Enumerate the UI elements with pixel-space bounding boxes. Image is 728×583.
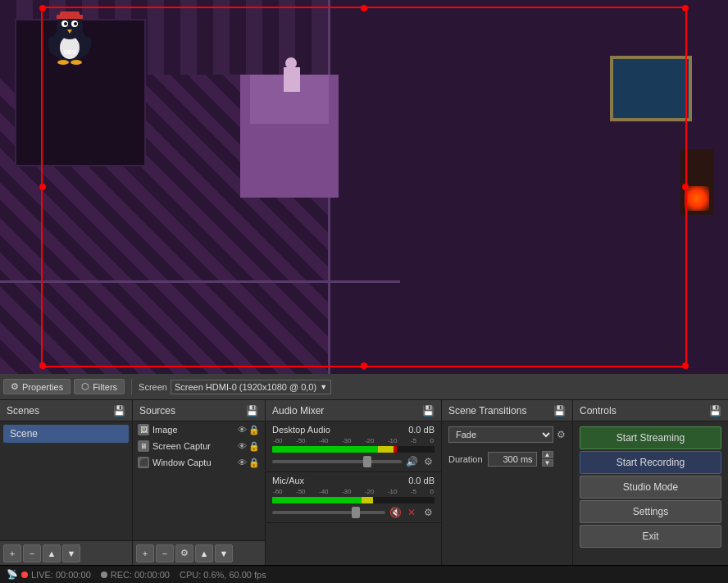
mic-aux-handle[interactable] [352, 507, 360, 518]
settings-button[interactable]: Settings [580, 500, 721, 523]
add-source-button[interactable]: + [136, 544, 154, 563]
pixel-fire [680, 149, 713, 215]
controls-buttons: Start Streaming Start Recording Studio M… [573, 421, 728, 553]
sources-list: 🖼 Image 👁 🔒 🖥 Screen Captur 👁 🔒 [133, 421, 265, 540]
screen-select[interactable]: Screen HDMI-0 (1920x1080 @ 0,0) ▼ [171, 380, 331, 394]
pixel-bed [240, 75, 339, 198]
mic-aux-meter [272, 497, 435, 503]
sources-save-icon[interactable]: 💾 [246, 405, 258, 417]
scene-item[interactable]: Scene [3, 425, 129, 443]
live-status: 📡 LIVE: 00:00:00 [7, 569, 91, 580]
sources-footer: + − ⚙ ▲ ▼ [133, 540, 265, 565]
mic-aux-mute-icon[interactable]: 🔇 [389, 506, 402, 519]
chevron-down-icon: ▼ [320, 383, 327, 391]
screen-lock-icon[interactable]: 🔒 [248, 441, 260, 452]
transitions-title: Scene Transitions [448, 405, 526, 417]
filters-button[interactable]: ⬡ Filters [74, 379, 125, 394]
scenes-save-icon[interactable]: 💾 [113, 405, 125, 417]
audio-mixer-panel: Audio Mixer 💾 Desktop Audio 0.0 dB -60 -… [266, 400, 442, 565]
source-item-window[interactable]: ⬛ Window Captu 👁 🔒 [133, 454, 265, 471]
preview-area: OBS [0, 0, 728, 374]
exit-button[interactable]: Exit [580, 525, 721, 548]
desktop-audio-fader-row: 🔊 ⚙ [272, 455, 435, 468]
remove-source-button[interactable]: − [156, 544, 174, 563]
screen-eye-icon[interactable]: 👁 [238, 441, 247, 452]
desktop-audio-handle[interactable] [363, 456, 371, 467]
remove-scene-button[interactable]: − [23, 544, 41, 563]
toolbar: ⚙ Properties ⬡ Filters Screen Screen HDM… [0, 374, 728, 400]
source-down-button[interactable]: ▼ [215, 544, 233, 563]
duration-label: Duration [448, 454, 483, 464]
source-item-screen[interactable]: 🖥 Screen Captur 👁 🔒 [133, 438, 265, 454]
desktop-audio-fader[interactable] [272, 460, 402, 463]
window-eye-icon[interactable]: 👁 [238, 458, 247, 468]
mic-aux-channel: Mic/Aux 0.0 dB -60 -50 -40 -30 -20 -10 -… [266, 472, 441, 523]
add-scene-button[interactable]: + [3, 544, 21, 563]
duration-spin-down[interactable]: ▼ [542, 459, 553, 467]
controls-panel-header: Controls 💾 [573, 400, 728, 421]
desktop-audio-settings-icon[interactable]: ⚙ [421, 455, 435, 468]
rec-status: REC: 00:00:00 [101, 570, 170, 580]
mic-aux-db: 0.0 dB [408, 476, 435, 485]
duration-input[interactable] [488, 452, 537, 467]
audio-header-icons: 💾 [422, 405, 435, 417]
source-up-button[interactable]: ▲ [195, 544, 213, 563]
window-lock-icon[interactable]: 🔒 [248, 458, 260, 468]
horizontal-divider [0, 280, 400, 283]
status-bar: 📡 LIVE: 00:00:00 REC: 00:00:00 CPU: 0.6%… [0, 565, 728, 583]
desktop-audio-header: Desktop Audio 0.0 dB [272, 425, 435, 435]
mic-aux-settings-icon[interactable]: ⚙ [421, 506, 435, 519]
source-label-screen: Screen Captur [152, 441, 211, 451]
audio-title: Audio Mixer [272, 405, 324, 417]
image-lock-icon[interactable]: 🔒 [248, 425, 260, 435]
scenes-panel-header: Scenes 💾 [0, 400, 132, 421]
scene-down-button[interactable]: ▼ [62, 544, 80, 563]
svg-point-6 [74, 22, 77, 25]
window-source-icon: ⬛ [138, 457, 149, 468]
filters-icon: ⬡ [81, 381, 89, 392]
svg-point-1 [60, 36, 80, 59]
stream-icon: 📡 [7, 569, 18, 580]
screen-source-actions: 👁 🔒 [238, 441, 260, 452]
source-label-window: Window Captu [152, 458, 212, 467]
desktop-audio-channel: Desktop Audio 0.0 dB -60 -50 -40 -30 -20… [266, 421, 441, 472]
image-source-icon: 🖼 [138, 424, 149, 435]
sources-title: Sources [139, 405, 175, 417]
scene-transitions-panel: Scene Transitions 💾 Fade ⚙ Duration ▲ ▼ [442, 400, 573, 565]
desktop-audio-db: 0.0 dB [408, 425, 435, 435]
desktop-audio-speaker-icon[interactable]: 🔊 [405, 455, 418, 468]
transitions-save-icon[interactable]: 💾 [553, 405, 566, 417]
mic-aux-fader[interactable] [272, 511, 385, 514]
duration-spin-up[interactable]: ▲ [542, 451, 553, 458]
source-item-image[interactable]: 🖼 Image 👁 🔒 [133, 421, 265, 438]
duration-row: Duration ▲ ▼ [442, 448, 572, 470]
rec-dot [101, 572, 107, 578]
mic-aux-fader-row: 🔇 ✕ ⚙ [272, 506, 435, 519]
pixel-frame [610, 56, 692, 121]
transitions-header-icons: 💾 [553, 405, 566, 417]
start-recording-button[interactable]: Start Recording [580, 451, 721, 474]
image-eye-icon[interactable]: 👁 [238, 425, 247, 435]
cpu-label: CPU: 0.6%, 60.00 fps [180, 570, 266, 580]
mic-aux-stop-icon[interactable]: ✕ [405, 506, 418, 519]
properties-button[interactable]: ⚙ Properties [3, 379, 71, 394]
sources-header-icons: 💾 [246, 405, 258, 417]
screen-source-icon: 🖥 [138, 440, 149, 452]
transition-gear-icon[interactable]: ⚙ [557, 429, 566, 440]
transition-select[interactable]: Fade [448, 426, 553, 443]
source-settings-button[interactable]: ⚙ [175, 544, 193, 563]
toolbar-separator [131, 379, 132, 395]
controls-header-icons: 💾 [709, 405, 721, 417]
obs-logo: OBS [45, 11, 102, 69]
window-source-actions: 👁 🔒 [238, 458, 260, 468]
scene-up-button[interactable]: ▲ [43, 544, 61, 563]
mic-aux-scale: -60 -50 -40 -30 -20 -10 -5 0 [272, 488, 435, 495]
transition-select-row: Fade ⚙ [442, 421, 572, 448]
live-dot [21, 572, 28, 578]
studio-mode-button[interactable]: Studio Mode [580, 476, 721, 499]
controls-save-icon[interactable]: 💾 [709, 405, 721, 417]
audio-save-icon[interactable]: 💾 [422, 405, 435, 417]
start-streaming-button[interactable]: Start Streaming [580, 426, 721, 449]
svg-point-11 [71, 60, 82, 65]
svg-point-5 [64, 22, 67, 25]
